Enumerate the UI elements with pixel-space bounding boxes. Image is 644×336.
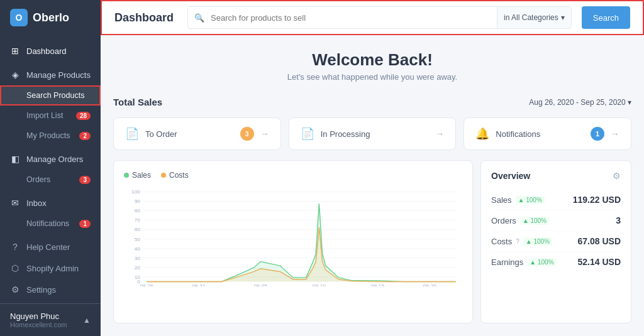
sidebar-item-manage-products[interactable]: ◈ Manage Products [0, 64, 101, 85]
sidebar-footer[interactable]: Nguyen Phuc Homexcellent.com ▲ [0, 303, 101, 336]
svg-text:70: 70 [135, 218, 141, 224]
sidebar-item-label: Manage Products [26, 70, 91, 80]
settings-icon: ⚙ [10, 285, 20, 295]
svg-text:80: 80 [135, 209, 141, 214]
to-order-card[interactable]: 📄 To Order 3 → [113, 117, 281, 150]
svg-text:08-31: 08-31 [192, 283, 206, 286]
category-dropdown[interactable]: in All Categories ▾ [497, 7, 571, 28]
sales-legend: Sales [124, 171, 151, 180]
sidebar-item-label: Search Products [26, 91, 84, 100]
to-order-label: To Order [145, 129, 234, 139]
overview-row-costs: Costs ? ▲ 100% 67.08 USD [491, 231, 621, 252]
question-icon[interactable]: ? [516, 238, 519, 245]
help-icon: ? [10, 242, 20, 252]
to-order-arrow: → [260, 129, 269, 139]
sidebar-logo[interactable]: O Oberlo [0, 0, 101, 35]
welcome-subtitle: Let's see what happened while you were a… [113, 72, 631, 82]
dashboard-icon: ⊞ [10, 46, 20, 56]
date-range[interactable]: Aug 26, 2020 - Sep 25, 2020 ▾ [529, 98, 631, 107]
costs-dot [161, 173, 166, 178]
costs-legend: Costs [161, 171, 189, 180]
inbox-icon: ✉ [10, 198, 20, 208]
sidebar-item-orders[interactable]: Orders 3 [0, 170, 101, 190]
content-area: Welcome Back! Let's see what happened wh… [101, 35, 644, 336]
svg-marker-28 [147, 227, 455, 282]
notifications-card-label: Notifications [496, 129, 584, 139]
sidebar-item-label: Help Center [26, 242, 70, 252]
orders-section: ◧ Manage Orders Orders 3 [0, 148, 101, 190]
bell-icon: 🔔 [475, 127, 489, 141]
costs-pct: ▲ 100% [523, 237, 552, 246]
svg-text:30: 30 [135, 256, 141, 261]
notifications-arrow: → [611, 129, 619, 139]
sidebar-item-help-center[interactable]: ? Help Center [0, 236, 101, 257]
shopify-icon: ⬡ [10, 263, 20, 273]
notifications-card-badge: 1 [591, 127, 604, 141]
svg-text:08-26: 08-26 [140, 283, 154, 286]
notifications-card[interactable]: 🔔 Notifications 1 → [464, 117, 631, 150]
costs-value: 67.08 USD [578, 236, 621, 246]
overview-title: Overview [491, 171, 530, 181]
orders-label: Orders [491, 216, 516, 225]
main-content: Dashboard 🔍 in All Categories ▾ Search W… [101, 0, 644, 336]
chevron-up-icon: ▲ [83, 316, 91, 325]
sidebar-item-manage-orders[interactable]: ◧ Manage Orders [0, 148, 101, 170]
sidebar-item-label: Manage Orders [26, 154, 83, 164]
sidebar-item-search-products[interactable]: Search Products [0, 85, 101, 106]
total-sales-label: Total Sales [113, 97, 162, 107]
costs-metric: Costs ? ▲ 100% [491, 237, 552, 246]
sidebar-item-settings[interactable]: ⚙ Settings [0, 279, 101, 300]
dashboard-section: ⊞ Dashboard [0, 40, 101, 62]
in-processing-arrow: → [435, 129, 444, 139]
sidebar-item-label: Inbox [26, 198, 47, 208]
in-processing-icon: 📄 [301, 127, 314, 141]
overview-card: Overview ⚙ Sales ▲ 100% 119.22 USD Order… [480, 160, 631, 323]
search-bar: 🔍 in All Categories ▾ [187, 6, 572, 29]
sidebar-item-notifications[interactable]: Notifications 1 [0, 214, 101, 234]
search-input[interactable] [211, 13, 497, 23]
svg-text:100: 100 [131, 190, 140, 195]
overview-row-earnings: Earnings ▲ 100% 52.14 USD [491, 252, 621, 272]
category-label: in All Categories [504, 13, 558, 22]
earnings-metric: Earnings ▲ 100% [491, 257, 557, 267]
my-products-badge: 2 [79, 132, 91, 140]
bottom-row: Sales Costs [113, 160, 631, 323]
welcome-section: Welcome Back! Let's see what happened wh… [113, 50, 631, 82]
inbox-section: ✉ Inbox Notifications 1 [0, 192, 101, 234]
chart-svg: 100 90 80 70 60 50 40 30 20 10 0 08-26 0… [124, 186, 462, 286]
earnings-label: Earnings [491, 257, 523, 267]
orders-pct: ▲ 100% [520, 217, 549, 225]
svg-marker-27 [147, 203, 455, 281]
search-button[interactable]: Search [582, 6, 630, 29]
import-list-badge: 28 [76, 112, 91, 120]
total-sales-header: Total Sales Aug 26, 2020 - Sep 25, 2020 … [113, 97, 631, 107]
orders-metric: Orders ▲ 100% [491, 216, 549, 225]
cards-row: 📄 To Order 3 → 📄 In Processing → 🔔 Notif… [113, 117, 631, 150]
notifications-badge: 1 [79, 220, 91, 228]
sidebar-item-import-list[interactable]: Import List 28 [0, 106, 101, 126]
search-icon: 🔍 [188, 13, 211, 23]
products-icon: ◈ [10, 70, 20, 80]
earnings-pct: ▲ 100% [527, 258, 556, 266]
sales-value: 119.22 USD [573, 195, 621, 205]
sidebar-item-shopify-admin[interactable]: ⬡ Shopify Admin [0, 257, 101, 279]
svg-text:09-15: 09-15 [371, 283, 385, 286]
sidebar-item-inbox[interactable]: ✉ Inbox [0, 192, 101, 214]
chart-legend: Sales Costs [124, 171, 462, 180]
sales-legend-label: Sales [132, 171, 151, 180]
orders-value: 3 [616, 215, 621, 225]
svg-text:40: 40 [135, 246, 141, 252]
products-section: ◈ Manage Products Search Products Import… [0, 64, 101, 146]
in-processing-card[interactable]: 📄 In Processing → [289, 117, 457, 150]
sales-label: Sales [491, 195, 512, 205]
sidebar-item-dashboard[interactable]: ⊞ Dashboard [0, 40, 101, 62]
sidebar-item-my-products[interactable]: My Products 2 [0, 126, 101, 146]
page-title: Dashboard [114, 11, 177, 24]
in-processing-label: In Processing [321, 129, 430, 139]
svg-text:09-05: 09-05 [254, 283, 268, 286]
gear-icon[interactable]: ⚙ [613, 171, 621, 181]
sidebar-item-label: Settings [26, 285, 56, 295]
sales-metric: Sales ▲ 100% [491, 195, 545, 205]
sidebar: O Oberlo ⊞ Dashboard ◈ Manage Products S… [0, 0, 101, 336]
earnings-value: 52.14 USD [578, 257, 621, 267]
